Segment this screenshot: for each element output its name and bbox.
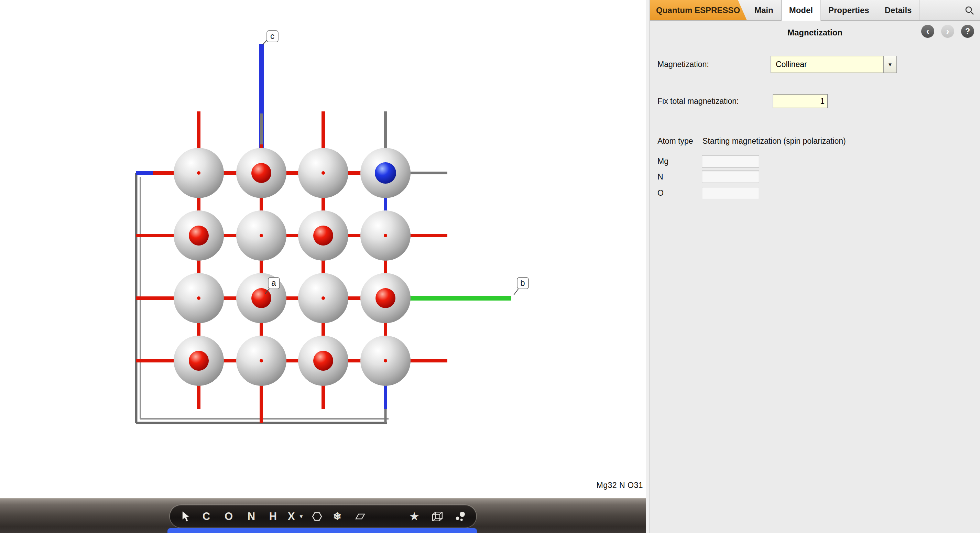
mg-atoms[interactable]: [173, 148, 410, 386]
starting-magnetization-header: Starting magnetization (spin polarizatio…: [703, 136, 846, 146]
magnetization-selected-value: Collinear: [771, 56, 883, 73]
magnetization-input-n[interactable]: [702, 170, 759, 183]
tab-properties[interactable]: Properties: [821, 0, 877, 20]
magnetization-input-o[interactable]: [702, 187, 759, 199]
select-tool-icon[interactable]: [180, 505, 192, 528]
crystal-tool-icon[interactable]: ❄: [331, 505, 344, 528]
element-dropdown-icon[interactable]: ▼: [295, 505, 307, 528]
tab-bar: Quantum ESPRESSO Main Model Properties D…: [650, 0, 980, 21]
formula-label: Mg32 N O31: [597, 481, 643, 490]
active-indicator-bar: [167, 528, 477, 533]
element-button-n[interactable]: N: [245, 505, 258, 528]
fix-total-magnetization-label: Fix total magnetization:: [657, 96, 739, 106]
magnetization-input-mg[interactable]: [702, 155, 759, 167]
cell-tool-icon[interactable]: [431, 505, 444, 528]
ring-tool-icon[interactable]: [311, 505, 323, 528]
atom-row-label-n: N: [657, 172, 663, 181]
favorites-icon[interactable]: ★: [408, 505, 420, 528]
axis-label-a: a: [271, 278, 276, 288]
o-atoms[interactable]: [189, 163, 395, 371]
structure-scene[interactable]: c a b: [0, 0, 646, 533]
forward-button[interactable]: ›: [941, 25, 954, 38]
app-window: c a b Mg32 N O31 C O N H X ▼: [0, 0, 980, 533]
atom-row-label-mg: Mg: [657, 156, 668, 166]
plane-tool-icon[interactable]: [354, 505, 366, 528]
tab-main[interactable]: Main: [747, 0, 781, 20]
axis-label-c: c: [270, 31, 274, 41]
magnetization-label: Magnetization:: [657, 59, 709, 70]
atom-type-header: Atom type: [657, 136, 693, 146]
element-button-o[interactable]: O: [223, 505, 235, 528]
tab-quantum-espresso[interactable]: Quantum ESPRESSO: [650, 0, 747, 20]
chevron-down-icon[interactable]: ▼: [883, 56, 896, 73]
back-button[interactable]: ‹: [921, 25, 934, 38]
search-button[interactable]: [964, 0, 980, 20]
fragments-tool-icon[interactable]: [454, 505, 466, 528]
help-button[interactable]: ?: [961, 25, 974, 38]
atom-row-label-o: O: [657, 188, 663, 198]
fix-total-magnetization-input[interactable]: [773, 94, 828, 108]
search-icon: [964, 5, 975, 16]
element-toolbar: C O N H X ▼ ❄ ★: [170, 505, 476, 528]
structure-viewport[interactable]: c a b Mg32 N O31 C O N H X ▼: [0, 0, 646, 533]
element-button-c[interactable]: C: [200, 505, 213, 528]
settings-panel: Quantum ESPRESSO Main Model Properties D…: [650, 0, 980, 533]
tab-model[interactable]: Model: [781, 0, 821, 21]
panel-splitter[interactable]: [646, 0, 650, 533]
axis-label-b: b: [520, 278, 525, 288]
tab-details[interactable]: Details: [877, 0, 920, 20]
n-atom[interactable]: [375, 162, 396, 184]
element-button-h[interactable]: H: [267, 505, 279, 528]
magnetization-select[interactable]: Collinear ▼: [771, 56, 897, 73]
brand-tab-label: Quantum ESPRESSO: [656, 5, 740, 15]
